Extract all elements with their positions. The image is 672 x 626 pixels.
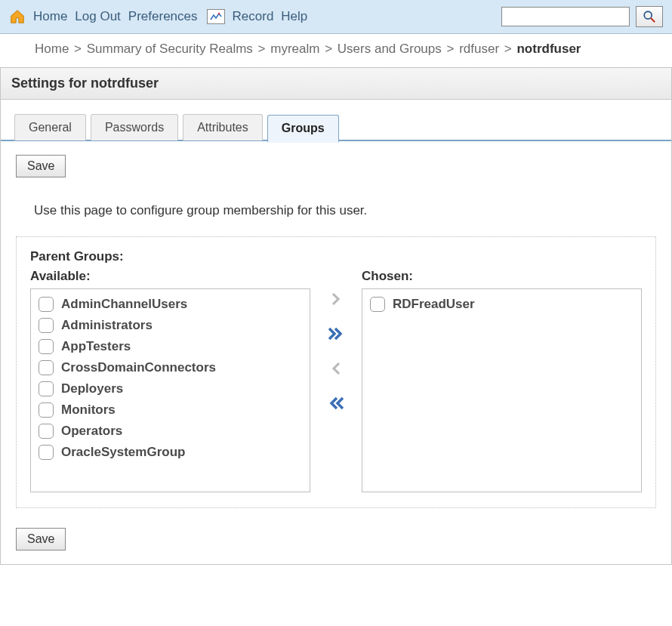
tab-passwords[interactable]: Passwords (91, 114, 178, 140)
list-item[interactable]: AppTesters (31, 336, 310, 357)
list-item-label: OracleSystemGroup (61, 445, 185, 460)
list-item-label: AdminChannelUsers (61, 297, 187, 312)
list-item[interactable]: Administrators (31, 315, 310, 336)
search-icon (643, 10, 656, 23)
save-button-bottom[interactable]: Save (16, 528, 66, 550)
breadcrumb-item[interactable]: myrealm (270, 42, 319, 56)
list-item[interactable]: Deployers (31, 378, 310, 399)
move-all-right-button[interactable] (325, 323, 347, 344)
list-item[interactable]: Operators (31, 421, 310, 442)
parent-groups-label: Parent Groups: (30, 249, 642, 264)
breadcrumb-item[interactable]: Home (35, 42, 69, 56)
panel-title: Settings for notrdfuser (1, 68, 671, 100)
list-item-label: Monitors (61, 402, 116, 418)
list-item[interactable]: RDFreadUser (362, 294, 641, 315)
svg-line-2 (651, 18, 655, 22)
checkbox[interactable] (39, 424, 54, 439)
shuttle-buttons (325, 269, 347, 414)
checkbox[interactable] (39, 381, 54, 396)
available-column: Available: AdminChannelUsersAdministrato… (30, 269, 310, 492)
list-item-label: Administrators (61, 318, 153, 333)
nav-help[interactable]: Help (281, 9, 307, 24)
checkbox[interactable] (370, 297, 385, 312)
svg-point-0 (217, 13, 219, 14)
checkbox[interactable] (39, 318, 54, 333)
tab-general[interactable]: General (14, 114, 86, 140)
svg-point-1 (644, 11, 652, 19)
available-listbox[interactable]: AdminChannelUsersAdministratorsAppTester… (30, 288, 310, 492)
double-chevron-left-icon (327, 396, 345, 411)
tab-attributes[interactable]: Attributes (183, 114, 263, 140)
settings-panel: Settings for notrdfuser General Password… (0, 67, 672, 565)
list-item-label: Deployers (61, 381, 123, 396)
checkbox[interactable] (39, 360, 54, 375)
checkbox[interactable] (39, 339, 54, 354)
chosen-label: Chosen: (362, 269, 642, 284)
list-item-label: AppTesters (61, 339, 131, 354)
tab-content: Save Use this page to configure group me… (1, 141, 671, 564)
search-button[interactable] (636, 6, 663, 27)
double-chevron-right-icon (327, 326, 345, 341)
list-item-label: RDFreadUser (393, 297, 475, 312)
nav-record[interactable]: Record (233, 9, 274, 24)
list-item[interactable]: OracleSystemGroup (31, 442, 310, 463)
move-all-left-button[interactable] (325, 393, 347, 414)
move-right-button[interactable] (325, 288, 347, 310)
home-icon[interactable] (9, 8, 26, 25)
record-icon[interactable] (207, 9, 225, 24)
list-item[interactable]: AdminChannelUsers (31, 294, 310, 315)
search-input[interactable] (501, 7, 630, 26)
chosen-listbox[interactable]: RDFreadUser (362, 288, 642, 492)
chevron-right-icon (328, 291, 344, 307)
tab-groups[interactable]: Groups (267, 115, 339, 143)
nav-preferences[interactable]: Preferences (128, 9, 198, 24)
checkbox[interactable] (39, 297, 54, 312)
breadcrumb-item[interactable]: Summary of Security Realms (87, 42, 253, 56)
breadcrumb: Home > Summary of Security Realms > myre… (0, 34, 672, 64)
list-item-label: CrossDomainConnectors (61, 360, 216, 375)
save-button-top[interactable]: Save (16, 155, 66, 177)
move-left-button[interactable] (325, 358, 347, 379)
search-box (501, 6, 663, 27)
shuttle: Available: AdminChannelUsersAdministrato… (30, 269, 642, 492)
chevron-left-icon (328, 361, 344, 376)
list-item-label: Operators (61, 424, 122, 439)
available-label: Available: (30, 269, 310, 284)
breadcrumb-item[interactable]: Users and Groups (338, 42, 442, 56)
checkbox[interactable] (39, 445, 54, 460)
list-item[interactable]: CrossDomainConnectors (31, 357, 310, 378)
parent-groups-area: Parent Groups: Available: AdminChannelUs… (16, 236, 656, 508)
nav-home[interactable]: Home (33, 9, 67, 24)
list-item[interactable]: Monitors (31, 399, 310, 421)
page-description: Use this page to configure group members… (34, 203, 656, 218)
tab-row: General Passwords Attributes Groups (1, 100, 671, 141)
nav-logout[interactable]: Log Out (75, 9, 121, 24)
breadcrumb-current: notrdfuser (516, 42, 581, 56)
checkbox[interactable] (39, 402, 54, 418)
chosen-column: Chosen: RDFreadUser (362, 269, 642, 492)
breadcrumb-item[interactable]: rdfuser (459, 42, 499, 56)
topbar: Home Log Out Preferences Record Help (0, 0, 672, 34)
